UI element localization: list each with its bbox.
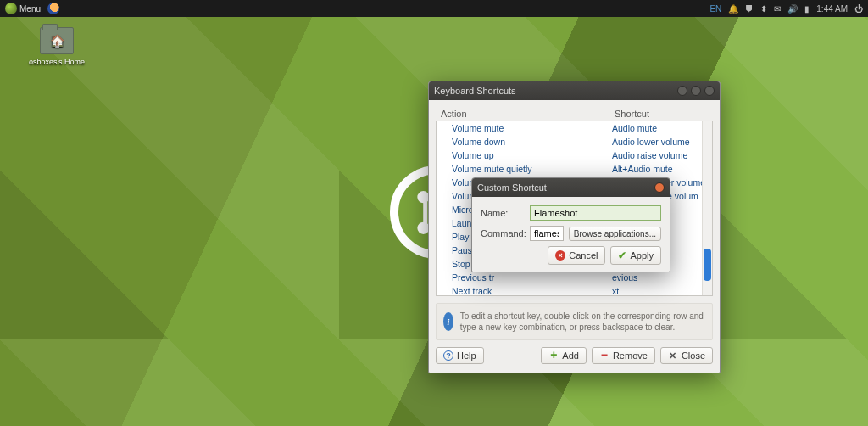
- minus-icon: −: [599, 350, 609, 361]
- name-label: Name:: [481, 208, 525, 218]
- mail-icon[interactable]: ✉: [774, 4, 781, 14]
- table-row[interactable]: Volume muteAudio mute: [437, 121, 712, 135]
- power-icon[interactable]: ⏻: [854, 4, 863, 14]
- table-row[interactable]: Volume downAudio lower volume: [437, 135, 712, 149]
- window-titlebar[interactable]: Keyboard Shortcuts: [429, 81, 720, 100]
- table-row[interactable]: Previous trevious: [437, 271, 712, 284]
- volume-icon[interactable]: 🔊: [787, 4, 798, 14]
- scrollbar-thumb[interactable]: [704, 249, 711, 281]
- col-shortcut: Shortcut: [615, 109, 708, 119]
- info-icon: i: [443, 312, 453, 331]
- plus-icon: +: [548, 350, 559, 361]
- window-title: Keyboard Shortcuts: [434, 86, 516, 96]
- svg-point-1: [419, 193, 426, 200]
- close-button[interactable]: [704, 86, 715, 96]
- battery-icon[interactable]: ▮: [804, 4, 810, 14]
- cancel-icon: ×: [555, 250, 565, 261]
- language-indicator[interactable]: EN: [709, 4, 721, 14]
- desktop-home-folder[interactable]: osboxes's Home: [27, 27, 86, 66]
- table-row[interactable]: Volume mute quietlyAlt+Audio mute: [437, 162, 712, 176]
- name-input[interactable]: [530, 205, 661, 221]
- clock[interactable]: 1:44 AM: [816, 4, 848, 14]
- command-label: Command:: [481, 228, 525, 238]
- table-row[interactable]: Volume upAudio raise volume: [437, 149, 712, 162]
- svg-point-2: [419, 224, 426, 232]
- browse-applications-button[interactable]: Browse applications...: [569, 227, 661, 241]
- menu-button[interactable]: Menu: [5, 3, 41, 14]
- table-header: Action Shortcut: [436, 107, 713, 121]
- distro-menu-icon: [5, 3, 17, 14]
- notification-icon[interactable]: 🔔: [728, 4, 738, 14]
- minimize-button[interactable]: [677, 86, 687, 96]
- apply-button[interactable]: ✔ Apply: [610, 246, 661, 265]
- folder-icon: [40, 27, 74, 54]
- scrollbar[interactable]: [702, 121, 712, 295]
- close-window-button[interactable]: ✕ Close: [660, 347, 713, 364]
- check-icon: ✔: [618, 249, 626, 261]
- desktop-icon-label: osboxes's Home: [27, 58, 86, 66]
- dialog-close-button[interactable]: [654, 182, 665, 193]
- menu-label: Menu: [19, 4, 41, 14]
- maximize-button[interactable]: [691, 86, 701, 96]
- dialog-titlebar[interactable]: Custom Shortcut: [472, 178, 670, 197]
- table-row[interactable]: Next trackxt: [437, 284, 712, 296]
- close-icon: ✕: [668, 350, 678, 361]
- network-icon[interactable]: ⬍: [760, 4, 767, 14]
- col-action: Action: [441, 109, 615, 119]
- command-input[interactable]: [530, 226, 564, 241]
- firefox-launcher[interactable]: [47, 3, 59, 14]
- custom-shortcut-dialog: Custom Shortcut Name: Command: Browse ap…: [471, 177, 670, 272]
- cancel-button[interactable]: × Cancel: [548, 246, 605, 265]
- hint-box: i To edit a shortcut key, double-click o…: [436, 303, 713, 340]
- add-button[interactable]: + Add: [541, 347, 587, 364]
- help-icon: ?: [443, 350, 453, 361]
- top-panel: Menu EN 🔔 ⛊ ⬍ ✉ 🔊 ▮ 1:44 AM ⏻: [0, 0, 868, 17]
- help-button[interactable]: ? Help: [436, 347, 484, 364]
- dialog-title: Custom Shortcut: [477, 182, 547, 193]
- firefox-icon: [47, 3, 59, 14]
- updates-icon[interactable]: ⛊: [745, 4, 754, 14]
- hint-text: To edit a shortcut key, double-click on …: [460, 311, 705, 333]
- remove-button[interactable]: − Remove: [592, 347, 655, 364]
